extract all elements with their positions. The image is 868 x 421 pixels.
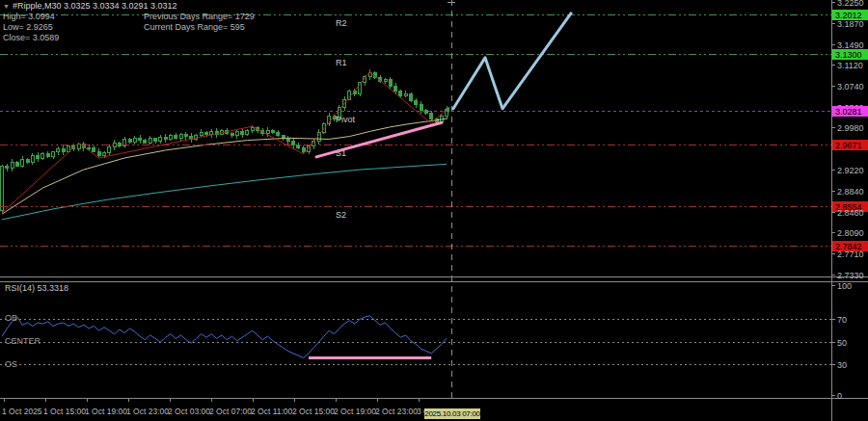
candle-body <box>420 105 422 111</box>
candle-body <box>46 153 49 156</box>
candle-body <box>175 135 177 138</box>
candle-body <box>389 79 392 86</box>
time-axis-label: 2 Oct 19:00 <box>334 407 376 416</box>
candle-body <box>37 156 40 159</box>
crosshair-time-label: 2025.10.03 07:00 <box>424 408 480 419</box>
candle-body <box>21 159 24 166</box>
candle-body <box>154 139 157 142</box>
price-axis-label: 3.2250 <box>837 0 864 8</box>
candle-body <box>144 141 147 143</box>
price-axis-label: 2.8840 <box>837 187 864 197</box>
price-axis-label: 3.0281 <box>835 107 862 117</box>
candle-body <box>128 139 131 142</box>
candle-body <box>302 148 305 152</box>
time-axis-label: 1 Oct 23:00 <box>126 407 169 416</box>
symbol-title: ▼#Ripple,M30 3.0325 3.0334 3.0291 3.0312 <box>3 1 255 12</box>
candle-body <box>394 86 397 91</box>
candle-body <box>200 132 203 135</box>
candle-body <box>108 147 111 153</box>
price-axis-label: 2.7710 <box>837 250 864 259</box>
candle-body <box>399 91 402 95</box>
candle-body <box>271 130 274 133</box>
candle-body <box>246 131 249 135</box>
price-axis-label: 3.1120 <box>837 61 863 70</box>
candle-body <box>277 133 280 136</box>
candle-body <box>103 152 106 155</box>
candle-body <box>52 152 55 157</box>
price-axis-label: 3.1870 <box>837 19 864 29</box>
symbol-ohlc-text: #Ripple,M30 3.0325 3.0334 3.0291 3.0312 <box>13 1 177 11</box>
candle-body <box>11 163 14 169</box>
price-axis-label: 2.8460 <box>837 208 864 218</box>
candle-body <box>57 149 60 152</box>
rsi-center-label: CENTER <box>5 336 41 346</box>
candle-body <box>410 93 413 100</box>
price-axis-label: 3.1300 <box>835 50 862 60</box>
candle-body <box>164 137 167 140</box>
pivot-level-label: S2 <box>336 210 346 220</box>
candle-body <box>97 151 100 156</box>
candle-body <box>384 79 387 81</box>
time-axis-label: 2 Oct 15:00 <box>292 407 335 416</box>
mt4-chart-window: R2R1PivotS1S23.22503.20123.18703.14903.1… <box>0 0 868 421</box>
price-axis-label: 2.9220 <box>837 166 864 175</box>
rsi-oversold-label: OS <box>5 359 17 369</box>
rsi-axis-label: 70 <box>837 315 847 325</box>
candle-body <box>88 147 91 148</box>
pivot-level-label: Pivot <box>336 115 356 124</box>
candle-body <box>286 139 289 142</box>
day-low-label: Low= 2.9265 <box>3 22 144 33</box>
candle-body <box>139 138 142 141</box>
rsi-axis-label: 100 <box>837 281 852 291</box>
rsi-axis-label: 50 <box>837 338 847 348</box>
candle-body <box>15 163 18 166</box>
candle-body <box>169 135 172 139</box>
price-axis-label: 3.1490 <box>837 40 864 50</box>
pivot-level-label: R1 <box>336 58 347 67</box>
candle-body <box>93 147 95 151</box>
rsi-indicator-label: RSI(14) 53.3318 <box>5 283 68 293</box>
time-axis-label: 2 Oct 07:00 <box>209 407 252 416</box>
candle-body <box>404 93 407 95</box>
candle-body <box>159 137 162 141</box>
candle-body <box>266 130 269 133</box>
ohlc-info-panel: ▼#Ripple,M30 3.0325 3.0334 3.0291 3.0312… <box>3 1 255 43</box>
time-axis-label: 1 Oct 2025 <box>2 407 42 416</box>
candle-body <box>440 116 443 121</box>
pink-trendline[interactable] <box>316 122 442 157</box>
candle-body <box>41 153 44 158</box>
rsi-line <box>2 316 447 358</box>
price-axis-label: 2.8090 <box>837 228 864 238</box>
symbol-dropdown-icon[interactable]: ▼ <box>3 3 10 10</box>
pivot-level-label: R2 <box>336 18 347 28</box>
time-axis-label: 2 Oct 03:00 <box>168 407 210 416</box>
candle-body <box>251 128 254 131</box>
candle-body <box>149 139 151 143</box>
time-axis-label: 2 Oct 11:00 <box>251 407 293 416</box>
projection-zigzag[interactable] <box>453 13 571 109</box>
candle-body <box>133 138 136 142</box>
candle-body <box>231 133 233 135</box>
candle-body <box>1 166 4 210</box>
price-axis-label: 3.0740 <box>837 82 864 92</box>
prev-days-range-label: Previous Days Range= 1729 <box>144 12 255 22</box>
rsi-axis-label: 0 <box>837 391 842 401</box>
candle-body <box>26 159 29 162</box>
rsi-overbought-label: OB <box>5 313 17 323</box>
candle-body <box>430 113 433 118</box>
day-close-label: Close= 3.0589 <box>3 33 144 43</box>
rsi-axis-label: 30 <box>837 360 847 370</box>
candle-body <box>62 149 65 152</box>
ma-slow-line <box>2 164 447 220</box>
candle-body <box>205 132 208 135</box>
time-axis-label: 1 Oct 19:00 <box>85 407 127 416</box>
candle-body <box>6 166 9 169</box>
candle-body <box>179 134 182 138</box>
curr-days-range-label: Current Days Range= 595 <box>144 22 255 33</box>
price-axis-label: 2.9671 <box>835 141 862 150</box>
candle-body <box>292 142 295 145</box>
time-axis-label: 1 Oct 15:00 <box>43 407 86 416</box>
time-axis-label: 2 Oct 23:00 <box>375 407 418 416</box>
candle-body <box>184 134 187 137</box>
chart-canvas: R2R1PivotS1S23.22503.20123.18703.14903.1… <box>0 0 868 421</box>
